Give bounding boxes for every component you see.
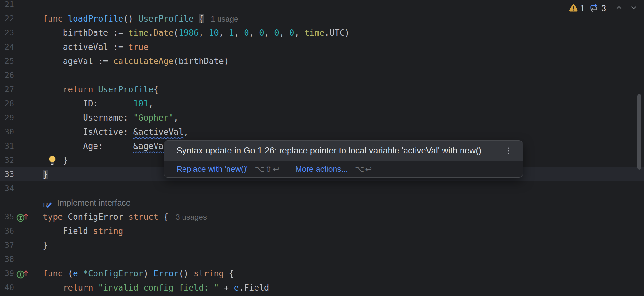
intention-popup: Syntax update in Go 1.26: replace pointe… [164,140,523,178]
intention-bulb-icon [48,155,57,165]
code-line: 26 [0,68,644,82]
gutter[interactable]: 36 [0,224,43,238]
gutter[interactable]: 40 [0,281,43,295]
code-text[interactable]: ageVal := calculateAge(birthDate) [43,54,644,68]
line-number[interactable]: 28 [0,97,14,111]
code-line: 27 return UserProfile{ [0,82,644,97]
gutter[interactable]: 31 [0,139,43,153]
line-number[interactable]: 36 [0,224,14,238]
gutter[interactable]: 24 [0,40,43,54]
line-number[interactable]: 34 [0,181,14,196]
consideration-loop-icon [589,3,599,14]
line-number[interactable]: 33 [0,167,14,181]
gutter[interactable]: 39 [0,266,43,281]
code-text[interactable]: RImplement interface [43,196,644,210]
line-number[interactable]: 38 [0,252,14,266]
line-number[interactable]: 31 [0,139,14,153]
code-text[interactable]: birthDate := time.Date(1986, 10, 1, 0, 0… [43,26,644,40]
code-token: "Gopher" [133,113,174,123]
next-problem-button[interactable] [628,3,640,14]
code-line: 24 activeVal := true [0,40,644,54]
code-text[interactable]: IsActive: &activeVal, [43,125,644,139]
code-token: .Field [239,283,269,292]
code-text[interactable]: return UserProfile{ [43,82,644,97]
line-number[interactable]: 24 [0,40,14,54]
code-token: activeVal := [43,42,128,52]
code-text[interactable] [43,68,644,82]
code-text[interactable]: } [43,238,644,252]
usages-inlay-hint[interactable]: 3 usages [175,213,207,221]
line-number[interactable]: 37 [0,238,14,252]
code-token: } [43,170,48,179]
line-number[interactable]: 35 [0,210,14,224]
code-vision-label: Implement interface [57,196,130,210]
code-token: , [174,113,179,123]
code-token: loadProfile [68,14,123,23]
line-number[interactable]: 32 [0,153,14,167]
gutter[interactable]: 27 [0,82,43,97]
code-text[interactable]: func (e *ConfigError) Error() string { [43,266,644,281]
line-number[interactable]: 25 [0,54,14,68]
line-number[interactable]: 39 [0,266,14,281]
gutter[interactable]: 35 [0,210,43,224]
code-token: Username: [43,113,133,123]
pencil-icon [46,201,53,208]
code-text[interactable]: ID: 101, [43,97,644,111]
code-text[interactable]: activeVal := true [43,40,644,54]
gutter[interactable]: 26 [0,68,43,82]
code-token: &ageVal [133,141,169,151]
code-text[interactable]: func loadProfile() UserProfile {1 usage [43,12,644,26]
code-token: *ConfigError [83,269,143,278]
line-number[interactable]: 26 [0,68,14,82]
gutter[interactable]: 21 [0,0,43,12]
usages-inlay-hint[interactable]: 1 usage [211,14,238,23]
line-number[interactable]: 40 [0,281,14,295]
gutter[interactable]: 38 [0,252,43,266]
gutter[interactable]: 29 [0,111,43,125]
line-number[interactable]: 27 [0,82,14,97]
line-number[interactable]: 22 [0,12,14,26]
code-text[interactable]: Username: "Gopher", [43,111,644,125]
line-number[interactable]: 21 [0,0,14,12]
gutter[interactable]: 23 [0,26,43,40]
replace-with-new-link[interactable]: Replace with 'new()' [176,164,248,174]
code-text[interactable] [43,181,644,196]
gutter[interactable]: 34 [0,181,43,196]
implements-interface-gutter-button[interactable] [15,268,33,281]
gutter[interactable]: 30 [0,125,43,139]
implements-interface-icon [15,211,33,223]
code-text[interactable] [43,252,644,266]
more-actions-link[interactable]: More actions... [295,164,348,174]
code-text[interactable]: type ConfigError struct {3 usages [43,210,644,224]
gutter[interactable]: 22 [0,12,43,26]
line-number[interactable]: 29 [0,111,14,125]
code-text[interactable]: return "invalid config field: " + e.Fiel… [43,281,644,295]
code-vision-implement-interface[interactable]: RImplement interface [43,196,130,210]
line-number[interactable]: 30 [0,125,14,139]
gutter[interactable]: 33 [0,167,43,181]
gutter[interactable] [0,196,43,210]
gutter[interactable]: 28 [0,97,43,111]
line-number[interactable]: 23 [0,26,14,40]
gutter[interactable]: 32 [0,153,43,167]
code-token: birthDate := [43,28,128,38]
more-options-icon[interactable]: ⋮ [501,145,517,156]
code-text[interactable] [43,0,644,12]
inspections-widget[interactable]: 1 3 [569,3,640,14]
code-text[interactable]: Field string [43,224,644,238]
code-token [43,85,63,94]
code-token: struct [128,212,158,222]
code-token: { [153,85,158,94]
implements-interface-gutter-button[interactable] [15,211,33,224]
code-line: 38 [0,252,644,266]
gutter[interactable]: 25 [0,54,43,68]
code-token: ID: [43,99,133,108]
scrollbar-thumb[interactable] [637,94,641,170]
code-token: , [183,127,189,137]
code-token [63,14,68,23]
code-token: calculateAge [113,56,174,66]
code-token: UserProfile [138,14,193,23]
code-token: () [123,14,138,23]
gutter[interactable]: 37 [0,238,43,252]
previous-problem-button[interactable] [613,3,625,14]
